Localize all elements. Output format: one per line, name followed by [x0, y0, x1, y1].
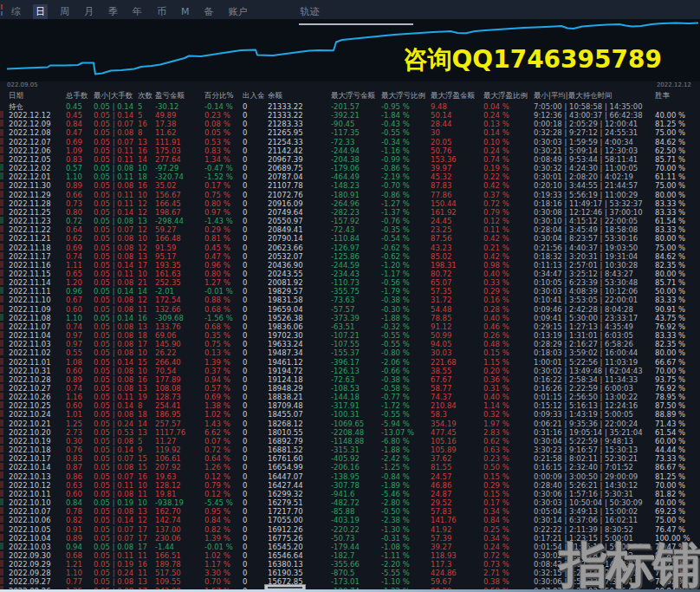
table-row[interactable]: 2022.10.250.600.05 | 0.148254.411.38 %01…	[7, 401, 700, 410]
table-row[interactable]: 2022.11.180.690.05 | 0.081291.590.45 %02…	[7, 244, 700, 252]
edge-row-tick	[0, 367, 3, 374]
column-header[interactable]: 日期	[7, 89, 64, 102]
table-row[interactable]: 2022.10.270.740.05 | 0.0813108.080.57 %0…	[7, 384, 700, 393]
table-row[interactable]: 2022.12.011.100.05 | 0.1118-320.74-1.52 …	[7, 172, 700, 181]
column-header[interactable]: 最大浮盈比例	[482, 89, 532, 102]
table-row[interactable]: 2022.11.070.740.05 | 0.0813133.760.68 %0…	[7, 322, 700, 331]
table-row[interactable]: 2022.11.250.800.05 | 0.1412198.670.97 %0…	[7, 208, 700, 217]
table-row[interactable]: 2022.10.120.630.05 | 0.1110128.120.79 %0…	[7, 481, 700, 490]
table-row[interactable]: 2022.11.040.970.05 | 0.081869.060.35 %01…	[7, 331, 700, 340]
cell: 18	[136, 410, 153, 419]
table-row[interactable]: 2022.10.110.600.05 | 0.081119.810.12 %01…	[7, 490, 700, 498]
cell: 0	[241, 138, 266, 146]
table-row[interactable]: 2022.12.061.090.05 | 0.1116175.030.83 %0…	[7, 146, 700, 155]
cell: 0.88 %	[203, 296, 241, 304]
position-row[interactable]: 持仓0.450.05 | 0.145-30.12-0.14 %021333.22…	[7, 102, 700, 111]
column-header[interactable]: 余额	[266, 89, 329, 102]
table-row[interactable]: 2022.12.090.840.05 | 0.071617.380.08 %02…	[7, 120, 700, 128]
table-row[interactable]: 2022.11.110.960.05 | 0.1414-2.01-0.01 %0…	[7, 287, 700, 296]
cell: 0.42 %	[482, 252, 532, 261]
column-header[interactable]: 最小|平均|最大持仓时间	[532, 89, 653, 102]
cell: 16912.26	[266, 525, 329, 534]
table-row[interactable]: 2022.10.190.300.05 | 0.08511.270.07 %016…	[7, 437, 700, 446]
cell: 0.80 %	[203, 199, 241, 208]
table-row[interactable]: 2022.11.030.970.05 | 0.0817145.900.75 %0…	[7, 340, 700, 348]
table-row[interactable]: 2022.10.280.890.05 | 0.0816177.890.94 %0…	[7, 375, 700, 384]
table-row[interactable]: 2022.11.170.740.05 | 0.081395.170.47 %02…	[7, 252, 700, 261]
table-row[interactable]: 2022.11.020.550.05 | 0.081026.220.13 %01…	[7, 348, 700, 357]
menu-item-5[interactable]: 季	[106, 4, 120, 19]
cell: 1.39 %	[203, 358, 241, 367]
table-row[interactable]: 2022.10.060.820.05 | 0.1412142.740.84 %0…	[7, 516, 700, 524]
table-row[interactable]: 2022.12.070.690.05 | 0.0713111.910.53 %0…	[7, 138, 700, 146]
cell: -0.30 %	[379, 305, 429, 314]
cell: -298.44	[153, 217, 203, 225]
column-header[interactable]: 最大浮亏比例	[379, 89, 429, 102]
menu-item-8[interactable]: M	[178, 4, 192, 19]
table-row[interactable]: 2022.11.300.890.05 | 0.081635.020.17 %02…	[7, 181, 700, 190]
cell: 2022.09.29	[7, 560, 64, 569]
table-row[interactable]: 2022.11.290.660.05 | 0.1110156.670.75 %0…	[7, 191, 700, 199]
cell: -0.56 %	[379, 278, 429, 287]
column-header[interactable]: 最大浮亏金额	[329, 89, 379, 102]
menu-item-2[interactable]: 日	[33, 4, 48, 19]
table-row[interactable]: 2022.10.170.830.05 | 0.0715106.610.64 %0…	[7, 454, 700, 463]
column-header[interactable]: 次数	[136, 89, 153, 102]
table-row[interactable]: 2022.10.241.010.05 | 0.0818186.951.02 %0…	[7, 410, 700, 419]
table-row[interactable]: 2022.10.100.840.05 | 0.1910-938.19-5.45 …	[7, 498, 700, 507]
table-row[interactable]: 2022.10.310.600.05 | 0.081070.540.37 %01…	[7, 367, 700, 375]
table-row[interactable]: 2022.11.100.670.05 | 0.0812172.540.88 %0…	[7, 296, 700, 304]
table-row[interactable]: 2022.11.280.730.05 | 0.1112166.450.80 %0…	[7, 199, 700, 208]
cell: 0.05 | 0.08	[92, 507, 136, 516]
table-row[interactable]: 2022.10.130.860.05 | 0.071619.630.12 %01…	[7, 472, 700, 481]
column-header[interactable]: 出入金	[241, 89, 266, 102]
cell: 75.00 %	[653, 128, 700, 137]
cell: 0.84 %	[482, 516, 532, 524]
menu-item-3[interactable]: 周	[57, 4, 72, 19]
menu-item-6[interactable]: 年	[130, 4, 145, 19]
table-row[interactable]: 2022.10.180.760.05 | 0.149119.920.72 %01…	[7, 446, 700, 454]
column-header[interactable]: 最大浮盈金额	[429, 89, 482, 102]
cell: 2022.09.30	[7, 551, 64, 560]
table-row[interactable]: 2022.11.081.100.05 | 0.1416-309.68-1.56 …	[7, 314, 700, 322]
table-row[interactable]: 2022.11.150.650.05 | 0.1110161.630.80 %0…	[7, 270, 700, 278]
menu-item-4[interactable]: 月	[81, 4, 96, 19]
cell: 2022.10.19	[7, 437, 64, 446]
table-row[interactable]: 2022.10.211.250.05 | 0.2414257.571.43 %0…	[7, 420, 700, 428]
table-row[interactable]: 2022.10.140.870.05 | 0.0815207.921.26 %0…	[7, 463, 700, 472]
menu-item-10[interactable]: 账户	[226, 4, 250, 19]
menu-item-7[interactable]: 币	[154, 4, 169, 19]
cell: 76.92 %	[653, 384, 700, 393]
column-header[interactable]: 百分比%	[203, 89, 241, 102]
menu-item-9[interactable]: 备	[202, 4, 217, 19]
table-row[interactable]: 2022.11.230.720.05 | 0.0813-298.44-1.43 …	[7, 217, 700, 225]
table-row[interactable]: 2022.11.220.640.05 | 0.071259.270.29 %02…	[7, 225, 700, 234]
edge-row-tick	[0, 446, 3, 452]
table-row[interactable]: 2022.11.210.620.05 | 0.0810166.480.81 %0…	[7, 234, 700, 243]
column-header[interactable]: 最小|大手数	[92, 89, 136, 102]
cell: 16881.52	[266, 446, 329, 454]
table-row[interactable]: 2022.12.120.450.05 | 0.14549.890.23 %021…	[7, 111, 700, 120]
cell: 0.64	[64, 225, 92, 234]
menu-item-1[interactable]: 综	[9, 4, 23, 19]
table-row[interactable]: 2022.12.020.570.05 | 0.0810-97.29-0.47 %…	[7, 164, 700, 172]
cell: 1.11	[64, 261, 92, 270]
edge-row-tick	[0, 534, 3, 541]
menu-item-11[interactable]: 轨迹	[298, 4, 322, 19]
table-row[interactable]: 2022.11.161.110.05 | 0.1417193.350.96 %0…	[7, 261, 700, 270]
table-row[interactable]: 2022.11.011.080.05 | 0.1415266.401.39 %0…	[7, 358, 700, 367]
table-row[interactable]: 2022.12.080.470.05 | 0.08811.620.05 %021…	[7, 128, 700, 137]
cell: 2022.12.02	[7, 164, 64, 172]
column-header[interactable]: 盈亏金额	[153, 89, 203, 102]
cell: 252.35	[153, 278, 203, 287]
table-row[interactable]: 2022.11.141.200.05 | 0.0821252.351.27 %0…	[7, 278, 700, 287]
cell: 0.05 | 0.08	[92, 331, 136, 340]
column-header[interactable]: 胜率	[653, 89, 700, 102]
column-header[interactable]: 总手数	[64, 89, 92, 102]
cell: 2022.10.24	[7, 410, 64, 419]
table-row[interactable]: 2022.10.202.730.05 | 0.53131117.766.62 %…	[7, 428, 700, 437]
table-row[interactable]: 2022.11.090.600.05 | 0.0811132.660.68 %0…	[7, 305, 700, 314]
table-row[interactable]: 2022.12.050.830.05 | 0.1114277.641.34 %0…	[7, 155, 700, 164]
table-row[interactable]: 2022.10.261.160.05 | 0.1119128.730.69 %0…	[7, 393, 700, 401]
table-row[interactable]: 2022.10.070.780.05 | 0.0813162.700.95 %0…	[7, 507, 700, 516]
